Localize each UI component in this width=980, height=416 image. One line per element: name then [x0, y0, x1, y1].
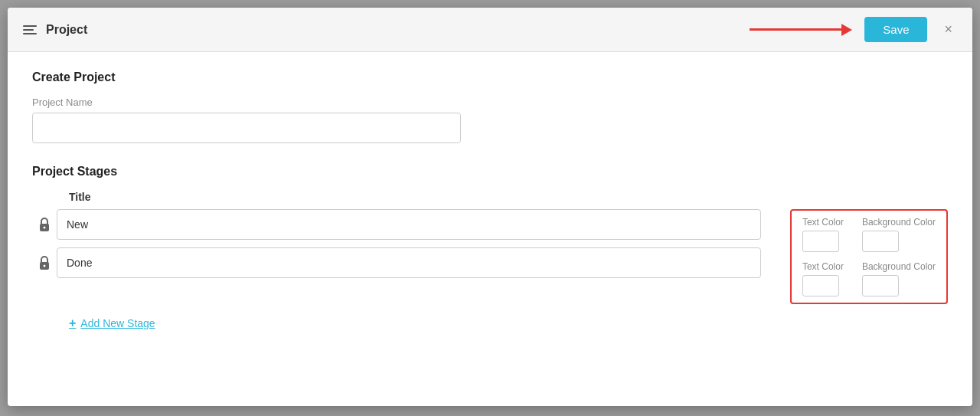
stage-rows-left [32, 209, 784, 286]
header-right: Save × [750, 17, 957, 42]
modal-overlay: Project Save × Create Project Project Na… [0, 0, 980, 416]
lock-icon-1 [32, 217, 57, 232]
close-button[interactable]: × [939, 20, 957, 39]
create-project-title: Create Project [32, 70, 948, 84]
list-icon-line2 [23, 29, 34, 31]
add-stage-plus-icon: + [69, 316, 76, 330]
text-color-group-2: Text Color [802, 261, 844, 296]
list-menu-icon[interactable] [23, 25, 37, 34]
bg-color-group-2: Background Color [862, 261, 936, 296]
modal-dialog: Project Save × Create Project Project Na… [8, 8, 972, 406]
list-icon-line1 [23, 25, 37, 27]
modal-header: Project Save × [8, 8, 972, 52]
title-column-header: Title [69, 191, 91, 203]
stage-title-input-1[interactable] [57, 209, 761, 240]
color-swatches-highlighted: Text Color Background Color [790, 209, 948, 304]
bg-color-group-1: Background Color [862, 217, 936, 252]
stages-rows-container: Text Color Background Color [32, 209, 948, 304]
modal-title: Project [46, 23, 87, 37]
bg-color-label-2: Background Color [862, 261, 936, 272]
arrow-head [841, 24, 852, 36]
stage-title-input-2[interactable] [57, 247, 761, 278]
modal-body: Create Project Project Name Project Stag… [8, 52, 972, 355]
bg-color-swatch-2[interactable] [862, 275, 899, 296]
text-color-label-1: Text Color [802, 217, 844, 228]
stage-row-2 [32, 247, 784, 278]
stages-header: Title [32, 191, 948, 209]
color-row-2: Text Color Background Color [802, 261, 936, 296]
bg-color-swatch-1[interactable] [862, 231, 899, 252]
text-color-swatch-1[interactable] [802, 231, 839, 252]
text-color-label-2: Text Color [802, 261, 844, 272]
lock-icon-2 [32, 255, 57, 270]
bg-color-label-1: Background Color [862, 217, 936, 228]
project-stages-title: Project Stages [32, 165, 948, 179]
text-color-group-1: Text Color [802, 217, 844, 252]
text-color-swatch-2[interactable] [802, 275, 839, 296]
stages-table: Title [32, 191, 948, 336]
save-button[interactable]: Save [864, 17, 927, 42]
project-stages-section: Project Stages Title [32, 165, 948, 336]
stage-row-1 [32, 209, 784, 240]
arrow-line [750, 28, 841, 31]
svg-point-3 [44, 265, 46, 267]
header-left: Project [23, 23, 87, 37]
svg-point-1 [44, 227, 46, 229]
arrow-indicator [750, 24, 852, 36]
list-icon-line3 [23, 33, 37, 34]
add-stage-label: Add New Stage [80, 317, 155, 329]
color-row-1: Text Color Background Color [802, 217, 936, 252]
add-new-stage-button[interactable]: + Add New Stage [69, 310, 155, 336]
project-name-label: Project Name [32, 97, 948, 108]
project-name-input[interactable] [32, 113, 461, 143]
create-project-section: Create Project Project Name [32, 70, 948, 143]
